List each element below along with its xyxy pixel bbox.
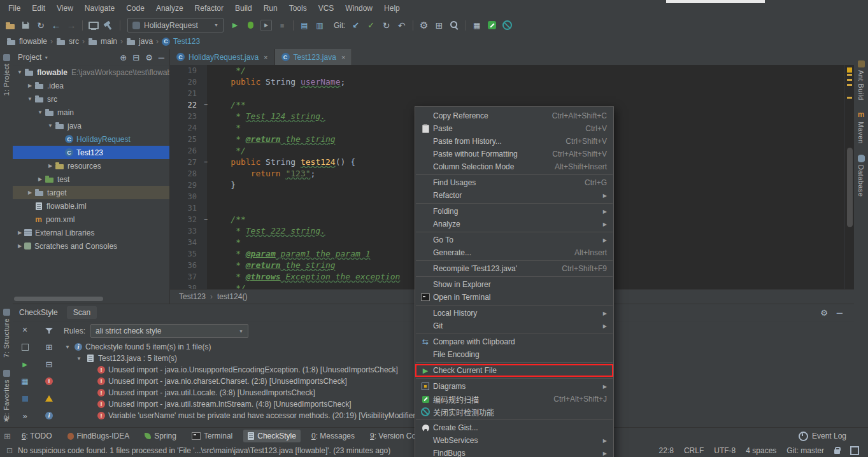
tree-arrow-icon[interactable]: ▶	[36, 176, 45, 182]
project-tree-item-src[interactable]: ▼src	[13, 92, 169, 106]
project-tree-item-main[interactable]: ▼main	[13, 106, 169, 119]
project-tree-item-flowable-iml[interactable]: flowable.iml	[13, 199, 169, 213]
menu-file[interactable]: File	[3, 1, 26, 15]
collapse-all-icon[interactable]	[43, 359, 55, 369]
stripe-button-database[interactable]: Database	[854, 155, 868, 197]
project-tree-item-holidayrequest[interactable]: CHolidayRequest	[13, 132, 169, 146]
tool-window-tab-findbugs-idea[interactable]: FindBugs-IDEA	[63, 430, 134, 442]
context-menu-item-analyze[interactable]: Analyze▶	[415, 218, 613, 230]
encoding-widget[interactable]: UTF-8	[714, 446, 736, 455]
context-menu-item-findbugs[interactable]: FindBugs▶	[415, 447, 613, 457]
project-tree-item-pom-xml[interactable]: mpom.xml	[13, 213, 169, 226]
error-stripe-mark[interactable]	[847, 84, 852, 86]
line-number[interactable]: 27	[170, 157, 201, 168]
tab-scan[interactable]: Scan	[67, 306, 97, 319]
tool-window-tab-spring[interactable]: Spring	[140, 430, 181, 442]
breadcrumb-test123[interactable]: CTest123	[162, 37, 200, 46]
code-line[interactable]: 20 public String userName;	[170, 76, 845, 88]
line-number[interactable]: 21	[170, 88, 201, 99]
line-number[interactable]: 29	[170, 179, 201, 191]
menu-run[interactable]: Run	[258, 1, 283, 15]
stop-icon[interactable]	[274, 18, 290, 32]
indicator-icon[interactable]	[850, 446, 859, 455]
stripe-button-7-structure[interactable]: 7: Structure	[0, 309, 13, 358]
wrench-icon[interactable]	[416, 18, 432, 32]
context-menu-item-copy-reference[interactable]: Copy ReferenceCtrl+Alt+Shift+C	[415, 109, 613, 122]
project-tree-item-java[interactable]: ▼java	[13, 119, 169, 132]
menu-vcs[interactable]: VCS	[313, 1, 340, 15]
context-menu-item-diagrams[interactable]: Diagrams▶	[415, 380, 613, 393]
context-menu-item-generate[interactable]: Generate...Alt+Insert	[415, 246, 613, 259]
open-icon[interactable]	[3, 18, 18, 32]
tree-arrow-icon[interactable]: ▼	[25, 96, 34, 102]
tree-arrow-icon[interactable]: ▼	[15, 69, 24, 75]
context-menu-item-paste-without-formatting[interactable]: Paste without FormattingCtrl+Alt+Shift+V	[415, 148, 613, 160]
tree-arrow-icon[interactable]: ▼	[75, 356, 83, 362]
context-menu-item-find-usages[interactable]: Find UsagesCtrl+G	[415, 176, 613, 189]
project-tree-item-flowable[interactable]: ▼flowableE:\javaWorkspace\test\flowable	[13, 66, 169, 79]
context-menu-item-compare-with-clipboard[interactable]: Compare with Clipboard	[415, 335, 613, 348]
play-icon[interactable]	[19, 359, 31, 369]
collapse-all-icon[interactable]: ⊟	[132, 53, 139, 62]
tree-arrow-icon[interactable]: ▼	[46, 123, 55, 129]
line-number[interactable]: 36	[170, 260, 201, 271]
filter-icon[interactable]	[43, 325, 55, 335]
close-tab-icon[interactable]: ×	[264, 53, 267, 61]
monitor-icon[interactable]	[86, 18, 101, 32]
editor-scrollbar[interactable]	[844, 65, 854, 290]
line-number[interactable]: 26	[170, 145, 201, 157]
context-menu-item-paste-from-history[interactable]: Paste from History...Ctrl+Shift+V	[415, 135, 613, 148]
chevrons-icon[interactable]	[19, 411, 31, 421]
caret-position[interactable]: 22:8	[659, 446, 674, 455]
git-update-icon[interactable]	[348, 18, 364, 32]
breadcrumb-method[interactable]: test124()	[217, 292, 247, 301]
stripe-button-2-favorites[interactable]: 2: Favorites	[0, 370, 13, 419]
checkbox-icon[interactable]	[19, 342, 31, 352]
layout-icon[interactable]	[312, 18, 327, 32]
fold-marker-icon[interactable]: −	[201, 99, 211, 111]
project-panel-title[interactable]: Project	[18, 53, 41, 62]
save-icon[interactable]	[18, 18, 33, 32]
hammer-icon[interactable]	[101, 18, 117, 32]
warning-icon[interactable]	[43, 393, 55, 404]
toolwindow-toggle-icon[interactable]: ⊡	[6, 446, 13, 455]
tree-arrow-icon[interactable]: ▼	[36, 109, 45, 115]
git-history-icon[interactable]	[379, 18, 394, 32]
code-line[interactable]: 21	[170, 88, 845, 99]
stripe-button-1-project[interactable]: 1: Project	[0, 54, 13, 95]
context-menu-item-folding[interactable]: Folding▶	[415, 205, 613, 218]
tool-windows-grid-icon[interactable]: ⊞	[4, 432, 11, 441]
breadcrumb-flowable[interactable]: flowable	[6, 37, 47, 46]
search-icon[interactable]	[447, 18, 462, 32]
horizontal-scrollbar[interactable]	[14, 297, 103, 301]
line-number[interactable]: 28	[170, 168, 201, 179]
error-stripe-mark[interactable]	[847, 97, 852, 99]
alibaba-icon[interactable]	[485, 18, 500, 32]
line-separator-widget[interactable]: CRLF	[684, 446, 704, 455]
menu-edit[interactable]: Edit	[26, 1, 51, 15]
tree-arrow-icon[interactable]: ▶	[25, 83, 34, 88]
line-number[interactable]: 25	[170, 134, 201, 145]
menu-tools[interactable]: Tools	[283, 1, 313, 15]
context-menu-item-local-history[interactable]: Local History▶	[415, 307, 613, 320]
tree-arrow-icon[interactable]: ▶	[15, 243, 24, 249]
line-number[interactable]: 33	[170, 225, 201, 237]
breadcrumb-src[interactable]: src	[56, 37, 79, 46]
error-badge-icon[interactable]	[43, 376, 55, 386]
project-tree-item-external-libraries[interactable]: ▶External Libraries	[13, 226, 169, 239]
gear-icon[interactable]: ⚙	[820, 308, 828, 318]
line-number[interactable]: 37	[170, 271, 201, 283]
line-number[interactable]: 20	[170, 76, 201, 88]
menu-analyze[interactable]: Analyze	[150, 1, 189, 15]
context-menu-item-git[interactable]: Git▶	[415, 320, 613, 332]
coverage-icon[interactable]	[260, 20, 272, 31]
project-tree-item-resources[interactable]: ▶resources	[13, 159, 169, 172]
menu-navigate[interactable]: Navigate	[79, 1, 120, 15]
tool-window-tab-checkstyle[interactable]: CheckStyle	[243, 430, 301, 442]
noentry-icon[interactable]	[500, 18, 515, 32]
hide-panel-icon[interactable]: ─	[159, 53, 164, 62]
grid-icon[interactable]	[19, 376, 31, 386]
tree-arrow-icon[interactable]: ▶	[25, 190, 34, 195]
editor-tab-holidayrequest-java[interactable]: CHolidayRequest.java×	[170, 49, 275, 65]
menu-window[interactable]: Window	[339, 1, 378, 15]
